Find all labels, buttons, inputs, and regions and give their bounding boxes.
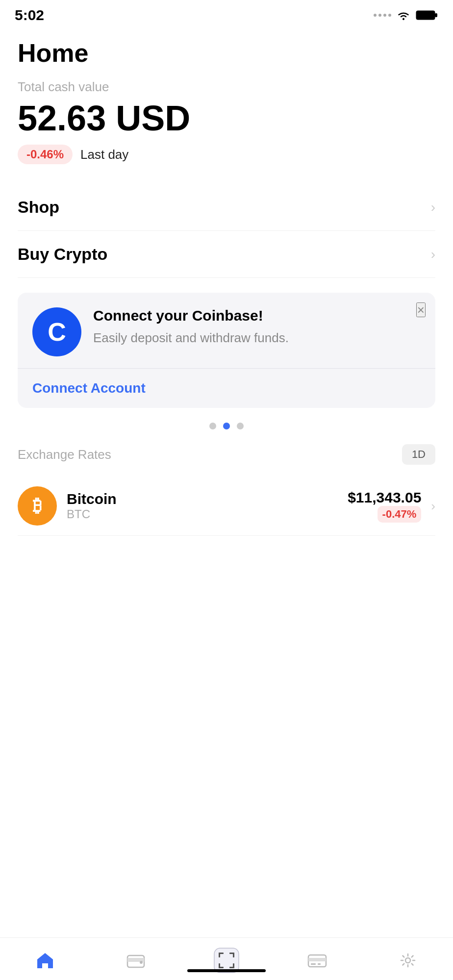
status-icons xyxy=(374,9,438,21)
dot-3[interactable] xyxy=(237,423,244,429)
page-title: Home xyxy=(18,38,435,68)
svg-rect-1 xyxy=(416,11,435,20)
svg-rect-16 xyxy=(308,958,326,961)
svg-rect-17 xyxy=(311,963,316,965)
gear-icon xyxy=(395,948,421,973)
svg-rect-2 xyxy=(435,13,437,17)
nav-tab-home[interactable] xyxy=(23,946,68,975)
coinbase-card-title: Connect your Coinbase! xyxy=(93,307,421,324)
status-time: 5:02 xyxy=(15,7,44,24)
change-badge: -0.46% xyxy=(18,145,73,164)
dot-2[interactable] xyxy=(223,423,230,429)
change-period: Last day xyxy=(80,147,128,162)
bitcoin-change: -0.47% xyxy=(378,506,422,523)
shop-chevron-icon: › xyxy=(431,200,435,215)
total-cash-label: Total cash value xyxy=(18,79,435,95)
bitcoin-ticker: BTC xyxy=(67,507,338,521)
bitcoin-icon: ₿ xyxy=(18,486,57,526)
svg-rect-18 xyxy=(318,963,321,965)
coinbase-card-description: Easily deposit and withdraw funds. xyxy=(93,329,421,347)
coinbase-logo: C xyxy=(32,307,81,356)
signal-icon xyxy=(374,14,391,17)
bitcoin-info: Bitcoin BTC xyxy=(67,491,338,521)
card-close-button[interactable]: × xyxy=(416,302,426,317)
wallet-icon xyxy=(123,948,149,973)
exchange-rates-label: Exchange Rates xyxy=(18,447,111,462)
svg-point-0 xyxy=(403,18,404,20)
battery-icon xyxy=(416,9,438,21)
bitcoin-chevron-icon: › xyxy=(431,499,435,514)
exchange-rates-header: Exchange Rates 1D xyxy=(18,444,435,465)
wifi-icon xyxy=(396,10,411,21)
bitcoin-symbol: ₿ xyxy=(33,496,42,516)
svg-point-19 xyxy=(405,958,410,963)
bitcoin-row[interactable]: ₿ Bitcoin BTC $11,343.05 -0.47% › xyxy=(18,477,435,536)
card-icon xyxy=(304,948,330,973)
svg-point-5 xyxy=(140,961,143,964)
dot-1[interactable] xyxy=(209,423,216,429)
main-content: Home Total cash value 52.63 USD -0.46% L… xyxy=(0,28,453,536)
total-cash-value: 52.63 USD xyxy=(18,101,435,136)
coinbase-card: × C Connect your Coinbase! Easily deposi… xyxy=(18,293,435,408)
time-filter[interactable]: 1D xyxy=(402,444,435,465)
buy-crypto-label: Buy Crypto xyxy=(18,245,107,264)
card-text-block: Connect your Coinbase! Easily deposit an… xyxy=(93,307,421,347)
home-icon xyxy=(32,948,58,973)
svg-rect-10 xyxy=(233,953,234,957)
bitcoin-price-block: $11,343.05 -0.47% xyxy=(348,489,421,523)
connect-account-link[interactable]: Connect Account xyxy=(32,369,421,408)
coinbase-card-section: × C Connect your Coinbase! Easily deposi… xyxy=(18,293,435,408)
shop-nav-item[interactable]: Shop › xyxy=(18,184,435,231)
change-row: -0.46% Last day xyxy=(18,145,435,164)
coinbase-logo-letter: C xyxy=(48,317,66,347)
bitcoin-name: Bitcoin xyxy=(67,491,338,507)
nav-tab-settings[interactable] xyxy=(385,946,430,975)
card-body: C Connect your Coinbase! Easily deposit … xyxy=(32,307,421,356)
dots-indicator xyxy=(18,423,435,429)
home-indicator xyxy=(187,969,266,972)
svg-rect-8 xyxy=(219,953,220,957)
buy-crypto-chevron-icon: › xyxy=(431,247,435,262)
nav-tab-card[interactable] xyxy=(295,946,340,975)
status-bar: 5:02 xyxy=(0,0,453,28)
shop-label: Shop xyxy=(18,198,59,217)
bitcoin-price: $11,343.05 xyxy=(348,489,421,506)
buy-crypto-nav-item[interactable]: Buy Crypto › xyxy=(18,231,435,278)
nav-tab-wallet[interactable] xyxy=(113,946,158,975)
